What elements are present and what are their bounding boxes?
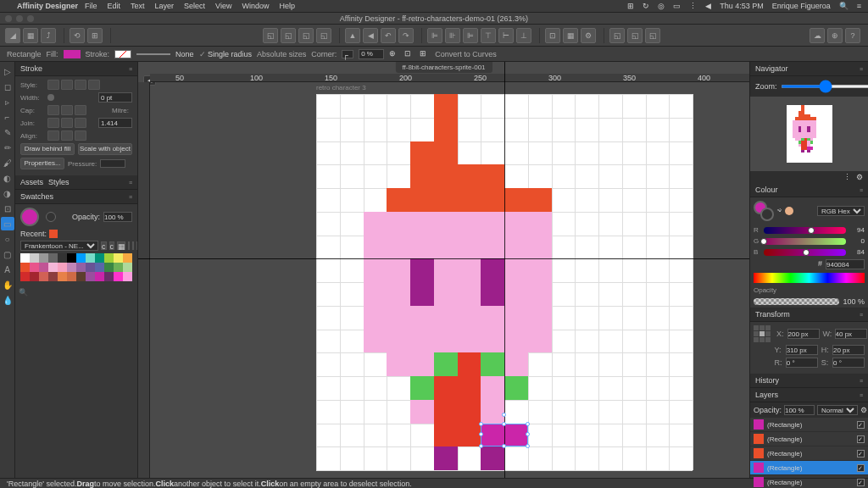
transform-y[interactable] <box>786 345 818 355</box>
flip-v[interactable]: ◀ <box>363 28 378 43</box>
single-radius-check[interactable]: ✓ Single radius <box>199 50 253 58</box>
join-miter[interactable] <box>47 118 59 128</box>
crop-tool[interactable]: ⊡ <box>1 202 14 215</box>
cap-round[interactable] <box>61 105 73 115</box>
navigator-header[interactable]: Navigator≡ <box>750 62 868 76</box>
menu-view[interactable]: View <box>215 2 231 10</box>
history-header[interactable]: History≡ <box>750 374 868 388</box>
menu-edit[interactable]: Edit <box>108 2 121 10</box>
corner-value[interactable] <box>359 49 384 59</box>
convert-curves[interactable]: Convert to Curves <box>435 50 497 58</box>
stroke-none[interactable] <box>47 80 59 90</box>
grid-toggle[interactable]: ▦ <box>563 28 578 43</box>
swatch[interactable] <box>76 263 86 272</box>
swatch[interactable] <box>30 272 39 281</box>
blue-slider[interactable] <box>764 249 846 256</box>
colour-picker-tool[interactable]: 💧 <box>1 293 14 307</box>
nav-menu-icon[interactable]: ⋮ <box>843 173 851 181</box>
swatch[interactable] <box>48 253 58 263</box>
transform-x[interactable] <box>787 329 820 339</box>
persona-designer[interactable]: ◢ <box>5 28 20 43</box>
swatch[interactable] <box>58 253 67 263</box>
opacity-slider[interactable] <box>754 298 839 305</box>
palette-none[interactable]: ▦ <box>117 241 125 250</box>
swatch[interactable] <box>114 272 123 281</box>
dropbox-icon[interactable]: ⊞ <box>627 2 634 10</box>
stroke-solid[interactable] <box>61 80 73 90</box>
scale-with-object[interactable]: Scale with object <box>78 143 132 155</box>
swatch[interactable] <box>104 253 114 263</box>
clock[interactable]: Thu 4:53 PM <box>720 2 764 10</box>
persona-export[interactable]: ⤴ <box>41 28 56 43</box>
corner-bl[interactable]: ⊞ <box>420 49 430 59</box>
recent-colour-1[interactable] <box>49 230 58 238</box>
layer-visibility[interactable] <box>857 479 865 486</box>
align-outside[interactable] <box>75 130 86 141</box>
text-tool[interactable]: A <box>1 263 14 276</box>
toolbar-snap[interactable]: ⊞ <box>87 28 103 43</box>
menu-window[interactable]: Window <box>242 2 269 10</box>
swatch[interactable] <box>39 272 48 281</box>
layer-visibility[interactable] <box>857 435 865 443</box>
red-slider[interactable] <box>764 227 846 234</box>
account-icon[interactable]: ☁ <box>810 28 825 43</box>
swatch[interactable] <box>20 272 30 281</box>
transform-header[interactable]: Transform≡ <box>750 308 868 322</box>
menu-file[interactable]: File <box>85 2 97 10</box>
brush-tool[interactable]: 🖌 <box>1 156 14 169</box>
swatch[interactable] <box>20 253 30 263</box>
swatch[interactable] <box>114 253 123 263</box>
stroke-properties[interactable]: Properties... <box>20 158 64 169</box>
pencil-tool[interactable]: ✏ <box>1 141 14 154</box>
rectangle-tool[interactable]: ▭ <box>1 217 14 230</box>
transform-w[interactable] <box>835 329 867 339</box>
swatch[interactable] <box>48 263 58 272</box>
swatch[interactable] <box>123 272 132 281</box>
layers-header[interactable]: Layers≡ <box>750 388 868 402</box>
corner-tr[interactable]: ⊡ <box>404 49 415 59</box>
wifi-icon[interactable]: ⋮ <box>689 2 697 10</box>
swatch[interactable] <box>95 253 104 263</box>
swatch[interactable] <box>114 263 123 272</box>
rotate-ccw[interactable]: ↶ <box>381 28 396 43</box>
add-swatch-icon[interactable]: c <box>101 241 107 250</box>
swatch[interactable] <box>123 263 132 272</box>
swatch[interactable] <box>67 263 76 272</box>
add-global-icon[interactable]: c <box>109 241 115 250</box>
align-right[interactable]: ⊫ <box>463 28 478 43</box>
align-middle[interactable]: ⊢ <box>498 28 514 43</box>
align-top[interactable]: ⊤ <box>481 28 496 43</box>
fill-stroke-selector[interactable] <box>754 201 774 221</box>
preferences[interactable]: ⚙ <box>581 28 596 43</box>
colour-spectrum[interactable] <box>754 273 865 283</box>
hex-input[interactable] <box>826 259 865 269</box>
artboard-tool[interactable]: ◻ <box>1 80 14 93</box>
document-tab[interactable]: ff-8bit-characters-sprite-001 <box>395 62 492 73</box>
artboard[interactable] <box>316 94 693 470</box>
swatch[interactable] <box>67 272 76 281</box>
assets-styles-tabs[interactable]: AssetsStyles≡ <box>15 175 137 190</box>
search-icon[interactable]: 🔍 <box>19 288 28 297</box>
flip-h[interactable]: ▲ <box>345 28 360 43</box>
swatch[interactable] <box>95 263 104 272</box>
green-slider[interactable] <box>764 238 846 245</box>
layer-row[interactable]: (Rectangle) <box>750 446 868 461</box>
swatch[interactable] <box>104 263 114 272</box>
fill-swatch[interactable] <box>64 50 81 58</box>
swatch[interactable] <box>48 272 58 281</box>
canvas-area[interactable]: ◀ ff-8bit-characters-sprite-001 50100150… <box>138 62 749 478</box>
swatch[interactable] <box>123 253 132 263</box>
insert-target[interactable]: ◱ <box>609 28 625 43</box>
snap-toggle[interactable]: ⊡ <box>545 28 560 43</box>
hand-tool[interactable]: ✋ <box>1 278 14 291</box>
menu-text[interactable]: Text <box>131 2 145 10</box>
layer-visibility[interactable] <box>857 421 865 429</box>
align-center-h[interactable]: ⊪ <box>445 28 460 43</box>
transform-s[interactable] <box>832 358 865 368</box>
move-tool[interactable]: ▷ <box>1 64 14 78</box>
layer-row[interactable]: (Rectangle) <box>750 475 868 488</box>
layer-visibility[interactable] <box>857 464 865 472</box>
sync-icon[interactable]: ↻ <box>643 2 649 10</box>
join-round[interactable] <box>61 118 73 128</box>
layer-row[interactable]: (Rectangle) <box>750 432 868 446</box>
